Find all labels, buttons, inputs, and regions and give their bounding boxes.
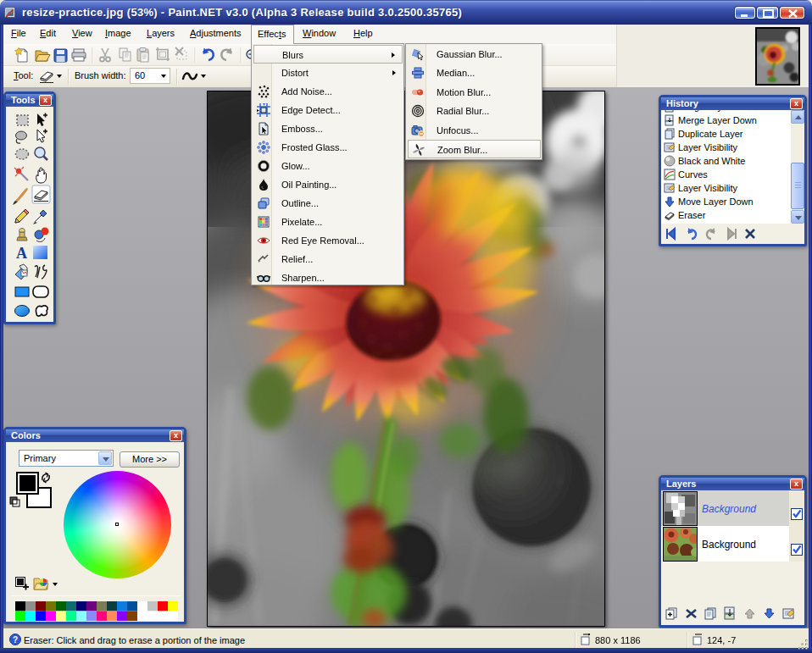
svg-text:?: ? (13, 635, 18, 645)
svg-text:A: A (16, 245, 27, 262)
